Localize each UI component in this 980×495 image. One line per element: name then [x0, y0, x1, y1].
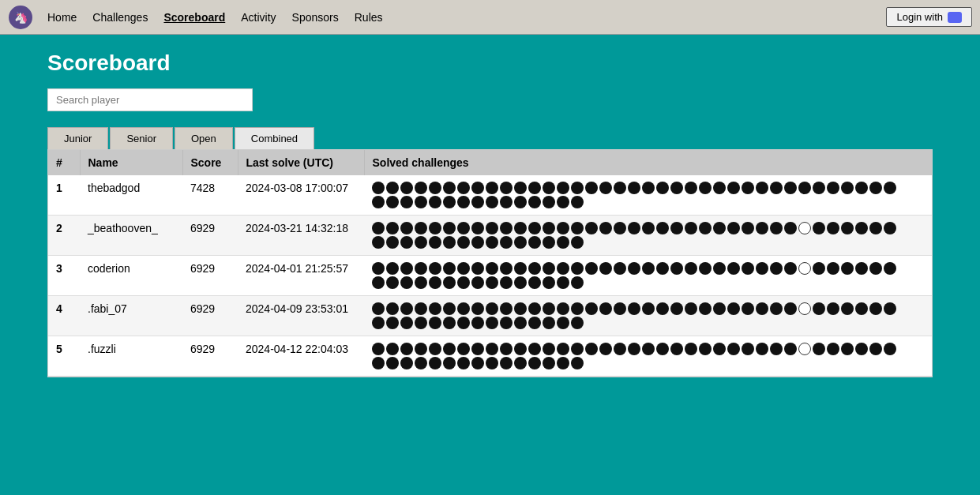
challenge-circle [415, 196, 427, 208]
challenge-circle [486, 222, 498, 234]
challenge-circle [543, 196, 555, 208]
challenge-circle [827, 182, 839, 194]
challenge-circle [813, 182, 825, 194]
challenge-circle [500, 262, 513, 275]
login-button[interactable]: Login with [886, 7, 972, 27]
challenge-circle [514, 343, 527, 355]
nav-scoreboard[interactable]: Scoreboard [156, 8, 233, 27]
challenge-circle [869, 182, 882, 194]
challenge-circle [528, 317, 541, 329]
challenge-circle [571, 222, 584, 234]
challenge-circle [400, 262, 413, 275]
challenge-circle [443, 196, 456, 208]
nav-links: Home Challenges Scoreboard Activity Spon… [39, 8, 886, 27]
challenge-circle [471, 317, 484, 329]
challenge-circle [571, 236, 584, 249]
challenge-circle [457, 357, 470, 369]
challenge-circle [813, 262, 825, 275]
nav-challenges[interactable]: Challenges [84, 8, 156, 27]
cell-rank: 5 [48, 336, 80, 377]
col-name: Name [80, 150, 182, 175]
challenge-circle [656, 343, 669, 355]
challenge-circle [400, 276, 413, 289]
challenge-circle [813, 343, 825, 355]
challenge-circle [386, 302, 399, 315]
discord-icon [948, 12, 962, 23]
nav-sponsors[interactable]: Sponsors [284, 8, 347, 27]
challenge-circle [543, 182, 555, 194]
main-content: Scoreboard Junior Senior Open Combined #… [0, 35, 980, 495]
challenge-circle [571, 302, 584, 315]
challenge-circle [670, 222, 683, 234]
tab-combined[interactable]: Combined [235, 127, 314, 149]
tab-junior[interactable]: Junior [47, 127, 108, 149]
challenge-circle [713, 262, 726, 275]
nav-rules[interactable]: Rules [347, 8, 391, 27]
challenge-circle [727, 182, 740, 194]
challenge-circle [386, 262, 399, 275]
challenge-circle [543, 343, 555, 355]
challenge-circle [855, 262, 868, 275]
challenge-circle [557, 302, 569, 315]
challenge-circle [727, 222, 740, 234]
cell-name: thebadgod [80, 175, 182, 216]
challenge-circle [585, 222, 598, 234]
challenge-circle [841, 262, 854, 275]
challenge-circle [500, 236, 513, 249]
challenge-circle [798, 302, 811, 315]
challenge-circle [443, 182, 456, 194]
challenge-circle [571, 343, 584, 355]
search-input[interactable] [47, 88, 253, 111]
navbar: 🦄 Home Challenges Scoreboard Activity Sp… [0, 0, 980, 35]
challenge-circle [685, 343, 697, 355]
challenge-circle [372, 317, 385, 329]
challenge-circle [827, 262, 839, 275]
challenge-circle [457, 236, 470, 249]
challenge-circle [557, 357, 569, 369]
challenge-circle [400, 357, 413, 369]
challenge-circle [457, 182, 470, 194]
challenge-circle [798, 262, 811, 275]
scoreboard-table: # Name Score Last solve (UTC) Solved cha… [47, 149, 933, 377]
challenge-circle [557, 343, 569, 355]
challenge-circle [457, 317, 470, 329]
cell-challenges [364, 296, 932, 336]
challenge-circle [614, 302, 626, 315]
challenge-circle [500, 302, 513, 315]
challenge-circle [386, 236, 399, 249]
cell-challenges [364, 336, 932, 377]
challenge-circle [543, 262, 555, 275]
challenge-circle [557, 182, 569, 194]
challenge-circle [443, 302, 456, 315]
challenge-circle [770, 222, 783, 234]
tab-senior[interactable]: Senior [110, 127, 173, 149]
challenge-circle [855, 302, 868, 315]
challenge-circle [528, 343, 541, 355]
tab-open[interactable]: Open [175, 127, 233, 149]
challenge-circle [429, 276, 441, 289]
challenge-circle [770, 302, 783, 315]
challenge-circle [457, 302, 470, 315]
challenge-circle [429, 222, 441, 234]
challenge-circle [415, 182, 427, 194]
col-last-solve: Last solve (UTC) [238, 150, 364, 175]
cell-last-solve: 2024-04-12 22:04:03 [238, 336, 364, 377]
nav-activity[interactable]: Activity [233, 8, 283, 27]
challenge-circle [471, 357, 484, 369]
challenge-circle [884, 222, 896, 234]
challenge-circle [571, 262, 584, 275]
challenge-circle [372, 302, 385, 315]
challenge-circle [727, 262, 740, 275]
challenge-circle [528, 276, 541, 289]
challenge-circle [471, 222, 484, 234]
challenge-circle [415, 222, 427, 234]
challenge-circle [528, 302, 541, 315]
challenge-circle [670, 343, 683, 355]
challenge-circle [500, 343, 513, 355]
challenge-circle [415, 276, 427, 289]
challenge-circle [429, 317, 441, 329]
challenge-circle [756, 302, 768, 315]
challenge-circle [400, 343, 413, 355]
challenge-circle [571, 276, 584, 289]
nav-home[interactable]: Home [39, 8, 84, 27]
